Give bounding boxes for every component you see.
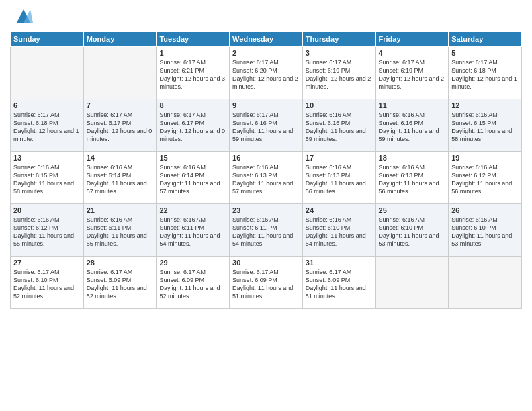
day-info: Sunrise: 6:17 AM Sunset: 6:19 PM Dayligh… [306,58,373,91]
weekday-header-monday: Monday [83,32,157,47]
day-number: 5 [451,49,519,57]
day-number: 6 [13,101,81,109]
day-number: 19 [451,154,519,162]
calendar-cell [11,47,84,99]
page: SundayMondayTuesdayWednesdayThursdayFrid… [0,0,532,411]
day-info: Sunrise: 6:16 AM Sunset: 6:12 PM Dayligh… [13,216,81,248]
day-info: Sunrise: 6:17 AM Sunset: 6:19 PM Dayligh… [379,58,446,91]
calendar-cell: 1Sunrise: 6:17 AM Sunset: 6:21 PM Daylig… [157,47,230,99]
day-number: 16 [232,154,300,162]
calendar-cell: 2Sunrise: 6:17 AM Sunset: 6:20 PM Daylig… [230,47,303,99]
day-info: Sunrise: 6:16 AM Sunset: 6:10 PM Dayligh… [306,216,373,248]
day-number: 11 [379,101,446,109]
day-number: 14 [87,154,154,162]
header [10,7,522,26]
day-info: Sunrise: 6:16 AM Sunset: 6:15 PM Dayligh… [13,163,81,196]
week-row-5: 27Sunrise: 6:17 AM Sunset: 6:10 PM Dayli… [11,257,522,309]
calendar-cell: 23Sunrise: 6:16 AM Sunset: 6:11 PM Dayli… [230,204,303,257]
weekday-header-tuesday: Tuesday [157,32,230,47]
week-row-3: 13Sunrise: 6:16 AM Sunset: 6:15 PM Dayli… [11,152,522,204]
calendar-cell: 21Sunrise: 6:16 AM Sunset: 6:11 PM Dayli… [83,204,157,257]
day-number: 22 [159,206,226,214]
calendar-cell [375,257,449,309]
day-info: Sunrise: 6:17 AM Sunset: 6:09 PM Dayligh… [87,268,154,301]
calendar-cell: 14Sunrise: 6:16 AM Sunset: 6:14 PM Dayli… [83,152,157,204]
day-info: Sunrise: 6:16 AM Sunset: 6:13 PM Dayligh… [232,163,300,196]
day-info: Sunrise: 6:16 AM Sunset: 6:11 PM Dayligh… [87,216,154,248]
calendar-cell: 20Sunrise: 6:16 AM Sunset: 6:12 PM Dayli… [11,204,84,257]
logo-icon [14,7,33,26]
calendar-cell: 18Sunrise: 6:16 AM Sunset: 6:13 PM Dayli… [375,152,449,204]
day-info: Sunrise: 6:17 AM Sunset: 6:20 PM Dayligh… [232,58,300,91]
calendar-cell: 12Sunrise: 6:16 AM Sunset: 6:15 PM Dayli… [449,99,522,152]
calendar-cell: 22Sunrise: 6:16 AM Sunset: 6:11 PM Dayli… [157,204,230,257]
calendar-cell: 26Sunrise: 6:16 AM Sunset: 6:10 PM Dayli… [449,204,522,257]
day-number: 28 [87,259,154,267]
calendar-cell: 7Sunrise: 6:17 AM Sunset: 6:17 PM Daylig… [83,99,157,152]
calendar-body: 1Sunrise: 6:17 AM Sunset: 6:21 PM Daylig… [11,47,522,309]
day-number: 31 [306,259,373,267]
calendar-cell [449,257,522,309]
calendar-cell: 28Sunrise: 6:17 AM Sunset: 6:09 PM Dayli… [83,257,157,309]
calendar-cell: 24Sunrise: 6:16 AM Sunset: 6:10 PM Dayli… [302,204,375,257]
day-info: Sunrise: 6:16 AM Sunset: 6:14 PM Dayligh… [159,163,226,196]
day-info: Sunrise: 6:17 AM Sunset: 6:21 PM Dayligh… [159,58,226,91]
calendar: SundayMondayTuesdayWednesdayThursdayFrid… [10,31,522,309]
day-info: Sunrise: 6:17 AM Sunset: 6:09 PM Dayligh… [306,268,373,301]
day-number: 27 [13,259,81,267]
calendar-cell: 9Sunrise: 6:17 AM Sunset: 6:16 PM Daylig… [230,99,303,152]
calendar-cell: 3Sunrise: 6:17 AM Sunset: 6:19 PM Daylig… [302,47,375,99]
calendar-cell: 15Sunrise: 6:16 AM Sunset: 6:14 PM Dayli… [157,152,230,204]
day-number: 20 [13,206,81,214]
day-info: Sunrise: 6:17 AM Sunset: 6:09 PM Dayligh… [232,268,300,301]
day-info: Sunrise: 6:16 AM Sunset: 6:10 PM Dayligh… [379,216,446,248]
calendar-cell: 6Sunrise: 6:17 AM Sunset: 6:18 PM Daylig… [11,99,84,152]
calendar-cell: 8Sunrise: 6:17 AM Sunset: 6:17 PM Daylig… [157,99,230,152]
day-info: Sunrise: 6:16 AM Sunset: 6:13 PM Dayligh… [306,163,373,196]
calendar-cell: 27Sunrise: 6:17 AM Sunset: 6:10 PM Dayli… [11,257,84,309]
day-number: 29 [159,259,226,267]
day-info: Sunrise: 6:17 AM Sunset: 6:18 PM Dayligh… [451,58,519,91]
logo [10,7,33,26]
day-info: Sunrise: 6:16 AM Sunset: 6:12 PM Dayligh… [451,163,519,196]
weekday-header-friday: Friday [375,32,449,47]
day-number: 17 [306,154,373,162]
day-info: Sunrise: 6:16 AM Sunset: 6:10 PM Dayligh… [451,216,519,248]
week-row-1: 1Sunrise: 6:17 AM Sunset: 6:21 PM Daylig… [11,47,522,99]
calendar-cell: 25Sunrise: 6:16 AM Sunset: 6:10 PM Dayli… [375,204,449,257]
day-number: 25 [379,206,446,214]
day-info: Sunrise: 6:16 AM Sunset: 6:16 PM Dayligh… [379,111,446,144]
day-number: 24 [306,206,373,214]
calendar-cell: 5Sunrise: 6:17 AM Sunset: 6:18 PM Daylig… [449,47,522,99]
calendar-header: SundayMondayTuesdayWednesdayThursdayFrid… [11,32,522,47]
day-info: Sunrise: 6:17 AM Sunset: 6:09 PM Dayligh… [159,268,226,301]
day-info: Sunrise: 6:16 AM Sunset: 6:13 PM Dayligh… [379,163,446,196]
day-number: 10 [306,101,373,109]
day-number: 21 [87,206,154,214]
day-number: 15 [159,154,226,162]
calendar-cell: 29Sunrise: 6:17 AM Sunset: 6:09 PM Dayli… [157,257,230,309]
day-info: Sunrise: 6:17 AM Sunset: 6:10 PM Dayligh… [13,268,81,301]
calendar-cell: 30Sunrise: 6:17 AM Sunset: 6:09 PM Dayli… [230,257,303,309]
day-number: 7 [87,101,154,109]
day-info: Sunrise: 6:17 AM Sunset: 6:16 PM Dayligh… [232,111,300,144]
weekday-row: SundayMondayTuesdayWednesdayThursdayFrid… [11,32,522,47]
day-number: 18 [379,154,446,162]
day-number: 26 [451,206,519,214]
week-row-4: 20Sunrise: 6:16 AM Sunset: 6:12 PM Dayli… [11,204,522,257]
day-number: 2 [232,49,300,57]
day-number: 23 [232,206,300,214]
calendar-cell: 31Sunrise: 6:17 AM Sunset: 6:09 PM Dayli… [302,257,375,309]
calendar-cell: 13Sunrise: 6:16 AM Sunset: 6:15 PM Dayli… [11,152,84,204]
calendar-cell: 16Sunrise: 6:16 AM Sunset: 6:13 PM Dayli… [230,152,303,204]
day-number: 4 [379,49,446,57]
calendar-cell: 19Sunrise: 6:16 AM Sunset: 6:12 PM Dayli… [449,152,522,204]
day-info: Sunrise: 6:17 AM Sunset: 6:17 PM Dayligh… [87,111,154,144]
calendar-cell: 10Sunrise: 6:16 AM Sunset: 6:16 PM Dayli… [302,99,375,152]
day-number: 12 [451,101,519,109]
day-info: Sunrise: 6:16 AM Sunset: 6:16 PM Dayligh… [306,111,373,144]
weekday-header-wednesday: Wednesday [230,32,303,47]
day-info: Sunrise: 6:16 AM Sunset: 6:14 PM Dayligh… [87,163,154,196]
day-info: Sunrise: 6:16 AM Sunset: 6:11 PM Dayligh… [232,216,300,248]
calendar-cell [83,47,157,99]
